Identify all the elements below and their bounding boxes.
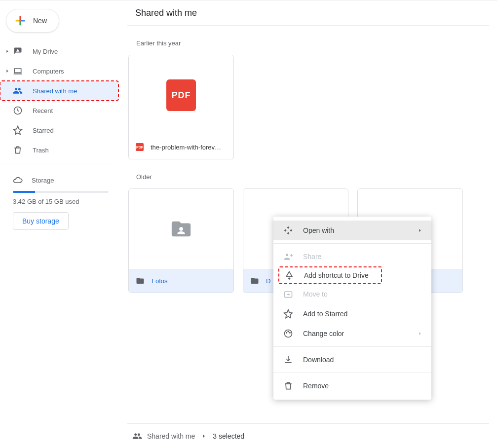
context-change-color[interactable]: Change color [273, 324, 431, 343]
download-icon [282, 355, 294, 365]
shared-folder-icon [167, 218, 195, 240]
context-label: Add to Starred [303, 310, 422, 318]
computers-icon [12, 66, 24, 76]
new-button-label: New [33, 17, 47, 25]
star-icon [12, 125, 24, 135]
chevron-right-icon [4, 49, 11, 54]
sidebar-item-starred[interactable]: Starred [0, 120, 118, 140]
add-shortcut-icon [283, 270, 295, 280]
nav-list: My Drive Computers Shared with me Recent [0, 41, 118, 160]
svg-point-7 [286, 333, 287, 334]
context-label: Change color [303, 330, 418, 337]
storage-used-text: 3.42 GB of 15 GB used [13, 198, 109, 205]
chevron-right-icon [418, 228, 422, 233]
sidebar-item-label: Recent [33, 107, 53, 114]
breadcrumb-selection: 3 selected [213, 432, 244, 440]
pdf-icon: PDF [166, 79, 196, 111]
context-open-with[interactable]: Open with [273, 221, 431, 240]
page-title: Shared with me [127, 0, 489, 26]
chevron-right-icon [4, 69, 11, 74]
shared-icon [12, 86, 24, 96]
trash-icon [12, 145, 24, 155]
storage-label: Storage [32, 177, 54, 184]
breadcrumb-root[interactable]: Shared with me [147, 432, 195, 440]
sidebar-item-shared-with-me[interactable]: Shared with me [0, 81, 118, 101]
shared-icon [132, 431, 142, 441]
menu-separator [273, 243, 431, 244]
context-label: Add shortcut to Drive [304, 271, 372, 279]
context-label: Download [303, 356, 422, 364]
sidebar-item-label: Computers [33, 68, 64, 75]
context-menu: Open with Share Add shortcut to Drive Mo… [273, 217, 431, 400]
folder-name: Fotos [152, 277, 168, 285]
storage-progress-bar [13, 191, 109, 193]
folder-name: D [266, 277, 270, 285]
context-download[interactable]: Download [273, 350, 431, 370]
section-label-earlier: Earlier this year [136, 39, 489, 47]
svg-point-4 [286, 254, 288, 256]
shared-folder-icon [136, 276, 145, 285]
palette-icon [282, 329, 294, 338]
folder-card[interactable]: Fotos [128, 188, 234, 293]
my-drive-icon [12, 46, 24, 56]
plus-icon [13, 14, 27, 28]
storage-section: Storage 3.42 GB of 15 GB used Buy storag… [0, 170, 118, 230]
shared-folder-icon [250, 276, 259, 285]
sidebar-item-my-drive[interactable]: My Drive [0, 41, 118, 61]
sidebar-item-label: My Drive [33, 48, 58, 55]
context-share[interactable]: Share [273, 247, 431, 266]
file-card[interactable]: PDF PDF the-problem-with-forev… [128, 55, 234, 159]
file-name: the-problem-with-forev… [151, 144, 221, 151]
menu-separator [273, 346, 431, 347]
clock-icon [12, 106, 24, 115]
share-icon [282, 252, 294, 261]
sidebar-item-recent[interactable]: Recent [0, 101, 118, 120]
file-preview: PDF [129, 55, 233, 135]
context-label: Open with [303, 226, 418, 234]
sidebar-item-trash[interactable]: Trash [0, 140, 118, 160]
storage-link[interactable]: Storage [13, 170, 109, 190]
context-remove[interactable]: Remove [273, 376, 431, 396]
chevron-right-icon [201, 433, 207, 439]
open-with-icon [282, 225, 294, 235]
sidebar-item-label: Trash [33, 147, 49, 154]
sidebar-item-label: Shared with me [33, 87, 77, 95]
divider [0, 164, 118, 164]
section-label-older: Older [136, 173, 489, 181]
sidebar: New My Drive Computers Share [0, 0, 118, 448]
star-icon [282, 309, 294, 319]
breadcrumb: Shared with me 3 selected [127, 423, 489, 448]
pdf-icon: PDF [136, 143, 144, 151]
context-add-starred[interactable]: Add to Starred [273, 304, 431, 324]
move-icon [282, 289, 294, 299]
new-button[interactable]: New [6, 9, 59, 33]
svg-point-8 [288, 331, 289, 332]
trash-icon [282, 381, 294, 391]
context-move-to[interactable]: Move to [273, 284, 431, 304]
context-add-shortcut[interactable]: Add shortcut to Drive [278, 266, 382, 284]
buy-storage-button[interactable]: Buy storage [13, 212, 69, 230]
sidebar-item-label: Starred [33, 127, 54, 134]
svg-point-1 [179, 227, 183, 231]
svg-point-9 [290, 333, 291, 334]
context-label: Move to [303, 290, 422, 298]
menu-separator [273, 373, 431, 373]
chevron-right-icon [418, 331, 422, 336]
context-label: Share [303, 253, 422, 261]
folder-preview [129, 189, 233, 269]
sidebar-item-computers[interactable]: Computers [0, 61, 118, 81]
cloud-icon [13, 175, 23, 185]
context-label: Remove [303, 382, 422, 390]
